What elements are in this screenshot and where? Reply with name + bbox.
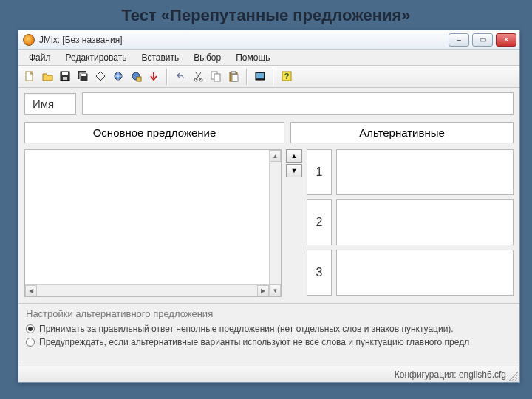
menu-file[interactable]: Файл bbox=[21, 50, 58, 65]
paste-icon[interactable] bbox=[225, 69, 242, 85]
alternative-row: 1 bbox=[307, 149, 514, 195]
svg-rect-16 bbox=[232, 75, 238, 81]
statusbar: Конфигурация: english6.cfg bbox=[18, 366, 519, 382]
settings-option-1[interactable]: Принимать за правильный ответ неполные п… bbox=[26, 324, 512, 334]
svg-rect-9 bbox=[137, 77, 141, 81]
svg-rect-13 bbox=[214, 74, 220, 81]
menu-help[interactable]: Помощь bbox=[228, 50, 277, 65]
menu-edit[interactable]: Редактировать bbox=[58, 50, 134, 65]
name-input[interactable] bbox=[82, 92, 514, 115]
maximize-button[interactable]: ▭ bbox=[472, 33, 493, 47]
app-window: JMix: [Без названия] – ▭ ✕ Файл Редактир… bbox=[18, 30, 520, 383]
save-icon[interactable] bbox=[57, 69, 73, 85]
web-package-icon[interactable] bbox=[128, 69, 144, 85]
settings-title: Настройки альтернативного предложения bbox=[26, 308, 512, 319]
main-sentence-textarea[interactable]: ▲ ▼ ◀ ▶ bbox=[24, 149, 282, 297]
web-export-icon[interactable] bbox=[110, 69, 126, 85]
open-folder-icon[interactable] bbox=[39, 69, 55, 85]
alternative-number: 2 bbox=[307, 200, 332, 245]
diamond-icon[interactable] bbox=[92, 69, 109, 85]
toolbar-separator bbox=[166, 69, 168, 85]
scroll-right-icon[interactable]: ▶ bbox=[257, 285, 269, 296]
window-controls: – ▭ ✕ bbox=[449, 33, 518, 47]
alternative-text-input[interactable] bbox=[336, 250, 514, 296]
close-button[interactable]: ✕ bbox=[496, 33, 516, 47]
red-arrow-down-icon[interactable] bbox=[146, 69, 162, 85]
workarea: ▲ ▼ ◀ ▶ ▲ ▼ 1 2 3 bbox=[18, 146, 519, 301]
menu-select[interactable]: Выбор bbox=[186, 50, 228, 65]
svg-text:?: ? bbox=[284, 72, 289, 81]
vertical-scrollbar[interactable]: ▲ ▼ bbox=[269, 150, 281, 296]
columns-header: Основное предложение Альтернативные bbox=[18, 119, 519, 146]
name-row: Имя bbox=[18, 88, 519, 119]
settings-option-1-label: Принимать за правильный ответ неполные п… bbox=[39, 324, 454, 334]
window-title: JMix: [Без названия] bbox=[39, 35, 123, 45]
svg-rect-15 bbox=[231, 71, 236, 74]
undo-icon[interactable] bbox=[172, 69, 188, 85]
radio-icon[interactable] bbox=[26, 338, 35, 347]
svg-rect-18 bbox=[256, 73, 264, 78]
alternative-text-input[interactable] bbox=[336, 149, 514, 195]
menubar: Файл Редактировать Вставить Выбор Помощь bbox=[18, 50, 519, 66]
copy-icon[interactable] bbox=[208, 69, 224, 85]
settings-option-2-label: Предупреждать, если альтернативные вариа… bbox=[39, 337, 469, 347]
settings-panel: Настройки альтернативного предложения Пр… bbox=[18, 304, 519, 353]
menu-insert[interactable]: Вставить bbox=[134, 50, 186, 65]
alternative-number: 1 bbox=[307, 149, 332, 195]
name-label: Имя bbox=[24, 93, 76, 115]
scroll-down-icon[interactable]: ▼ bbox=[270, 284, 281, 296]
move-down-button[interactable]: ▼ bbox=[286, 164, 302, 177]
alternative-number: 3 bbox=[307, 250, 332, 296]
scroll-left-icon[interactable]: ◀ bbox=[25, 285, 37, 296]
toolbar-separator bbox=[273, 69, 274, 85]
settings-option-2[interactable]: Предупреждать, если альтернативные вариа… bbox=[26, 337, 512, 347]
horizontal-scrollbar[interactable]: ◀ ▶ bbox=[25, 284, 269, 296]
slide-title: Тест «Перепутанные предложения» bbox=[0, 0, 532, 30]
toolbar: ? bbox=[18, 66, 519, 88]
titlebar: JMix: [Без названия] – ▭ ✕ bbox=[18, 30, 519, 50]
minimize-button[interactable]: – bbox=[449, 33, 469, 47]
alternatives-list: 1 2 3 bbox=[307, 149, 514, 297]
scroll-up-icon[interactable]: ▲ bbox=[270, 150, 281, 162]
svg-rect-6 bbox=[81, 74, 86, 76]
status-config: Конфигурация: english6.cfg bbox=[395, 369, 506, 380]
help-icon[interactable]: ? bbox=[279, 69, 295, 85]
alternative-row: 3 bbox=[307, 250, 514, 296]
alternative-row: 2 bbox=[307, 200, 514, 245]
new-file-icon[interactable] bbox=[21, 69, 38, 85]
save-all-icon[interactable] bbox=[75, 69, 91, 85]
move-up-button[interactable]: ▲ bbox=[286, 149, 302, 163]
svg-rect-2 bbox=[62, 72, 68, 75]
resize-grip-icon[interactable] bbox=[509, 372, 518, 381]
toolbar-separator bbox=[246, 69, 248, 85]
app-icon bbox=[23, 34, 35, 46]
svg-rect-3 bbox=[63, 77, 67, 80]
preview-icon[interactable] bbox=[252, 69, 268, 85]
cut-icon[interactable] bbox=[190, 69, 206, 85]
radio-icon[interactable] bbox=[26, 324, 35, 333]
main-sentence-label: Основное предложение bbox=[24, 122, 284, 143]
reorder-controls: ▲ ▼ bbox=[286, 149, 302, 297]
alternative-text-input[interactable] bbox=[336, 200, 514, 245]
alternatives-label: Альтернативные bbox=[290, 122, 514, 143]
